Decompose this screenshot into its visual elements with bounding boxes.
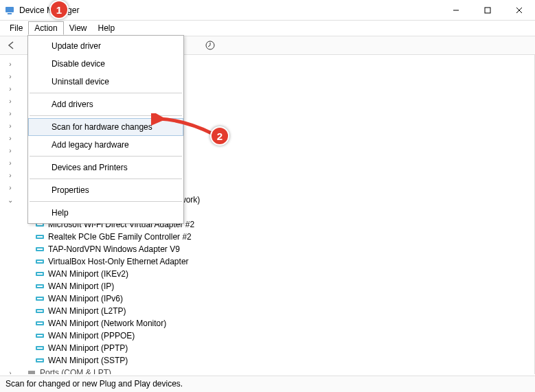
menu-devices-printers[interactable]: Devices and Printers xyxy=(28,159,183,176)
device-item[interactable]: WAN Miniport (IP) xyxy=(0,280,534,292)
svg-rect-24 xyxy=(37,310,43,312)
minimize-button[interactable] xyxy=(440,0,472,21)
expand-icon[interactable]: › xyxy=(5,110,15,117)
menu-help[interactable]: Help xyxy=(93,22,121,34)
menu-separator xyxy=(30,93,182,93)
menu-uninstall-device[interactable]: Uninstall device xyxy=(28,73,183,91)
annotation-arrow xyxy=(151,113,220,141)
svg-rect-1 xyxy=(8,13,12,14)
device-item[interactable]: TAP-NordVPN Windows Adapter V9 xyxy=(0,243,534,255)
svg-rect-33 xyxy=(28,371,35,374)
svg-rect-30 xyxy=(37,347,43,349)
annotation-badge-2: 2 xyxy=(210,126,229,146)
toolbar-scan-icon[interactable] xyxy=(203,38,218,53)
device-label: WAN Miniport (SSTP) xyxy=(48,356,128,365)
back-button[interactable] xyxy=(4,38,19,53)
menubar: File Action View Help xyxy=(0,21,535,36)
expand-icon[interactable]: › xyxy=(5,147,15,154)
device-label: Realtek PCIe GbE Family Controller #2 xyxy=(48,232,192,242)
svg-rect-3 xyxy=(485,8,490,13)
svg-rect-12 xyxy=(37,236,43,238)
expand-icon[interactable]: › xyxy=(5,60,15,68)
device-label: WAN Miniport (L2TP) xyxy=(48,306,126,316)
maximize-button[interactable] xyxy=(472,0,503,21)
svg-rect-18 xyxy=(37,273,43,275)
expand-icon[interactable]: › xyxy=(5,122,15,130)
svg-rect-26 xyxy=(37,323,43,324)
device-label: WAN Miniport (PPPOE) xyxy=(48,331,135,341)
expand-icon[interactable]: › xyxy=(5,159,15,167)
svg-rect-16 xyxy=(37,261,43,262)
menu-action[interactable]: Action xyxy=(28,21,63,35)
device-category-ports[interactable]: › Ports (COM & LPT) xyxy=(0,367,534,374)
app-icon xyxy=(4,5,15,16)
svg-rect-14 xyxy=(37,249,43,250)
device-label: WAN Miniport (Network Monitor) xyxy=(48,319,166,328)
titlebar: Device Manager xyxy=(0,0,535,21)
menu-add-drivers[interactable]: Add drivers xyxy=(28,95,183,113)
annotation-badge-1: 1 xyxy=(49,0,69,19)
device-item[interactable]: WAN Miniport (SSTP) xyxy=(0,354,534,367)
svg-rect-20 xyxy=(37,286,43,287)
device-item[interactable]: WAN Miniport (PPTP) xyxy=(0,342,534,354)
device-label: VirtualBox Host-Only Ethernet Adapter xyxy=(48,257,189,266)
svg-rect-22 xyxy=(37,298,43,299)
menu-view[interactable]: View xyxy=(64,22,93,34)
menu-file[interactable]: File xyxy=(4,22,28,34)
network-adapter-icon xyxy=(34,268,45,279)
device-item[interactable]: WAN Miniport (IKEv2) xyxy=(0,268,534,280)
status-bar: Scan for changed or new Plug and Play de… xyxy=(0,376,535,392)
menu-update-driver[interactable]: Update driver xyxy=(28,37,183,55)
expand-icon[interactable]: › xyxy=(5,97,15,105)
network-adapter-icon xyxy=(34,281,45,292)
menu-separator xyxy=(30,156,182,157)
network-adapter-icon xyxy=(34,330,45,341)
device-label: WAN Miniport (IPv6) xyxy=(48,294,123,303)
svg-rect-28 xyxy=(37,335,43,336)
svg-rect-10 xyxy=(37,224,43,225)
menu-separator xyxy=(30,201,182,202)
close-button[interactable] xyxy=(503,0,535,21)
expand-icon[interactable]: › xyxy=(5,85,15,93)
svg-rect-0 xyxy=(5,7,14,12)
menu-disable-device[interactable]: Disable device xyxy=(28,55,183,73)
network-adapter-icon xyxy=(34,355,45,366)
device-item[interactable]: WAN Miniport (Network Monitor) xyxy=(0,317,534,330)
network-adapter-icon xyxy=(34,256,45,267)
svg-rect-32 xyxy=(37,360,43,361)
device-item[interactable]: VirtualBox Host-Only Ethernet Adapter xyxy=(0,255,534,268)
device-item[interactable]: WAN Miniport (PPPOE) xyxy=(0,330,534,342)
device-label: WAN Miniport (IP) xyxy=(48,281,114,291)
network-adapter-icon xyxy=(34,244,45,255)
network-adapter-icon xyxy=(34,343,45,354)
network-adapter-icon xyxy=(34,305,45,316)
device-item[interactable]: WAN Miniport (IPv6) xyxy=(0,292,534,305)
device-label: WAN Miniport (PPTP) xyxy=(48,343,128,353)
window-controls xyxy=(440,0,535,21)
device-label: TAP-NordVPN Windows Adapter V9 xyxy=(48,244,180,254)
network-adapter-icon xyxy=(34,231,45,242)
collapse-icon[interactable]: ⌄ xyxy=(5,196,15,204)
expand-icon[interactable]: › xyxy=(5,172,15,179)
expand-icon[interactable]: › xyxy=(5,135,15,142)
device-label: Ports (COM & LPT) xyxy=(40,368,111,374)
expand-icon[interactable]: › xyxy=(5,73,15,80)
menu-properties[interactable]: Properties xyxy=(28,181,183,199)
device-item[interactable]: Realtek PCIe GbE Family Controller #2 xyxy=(0,231,534,243)
ports-icon xyxy=(26,367,37,374)
menu-separator xyxy=(30,178,182,179)
network-adapter-icon xyxy=(34,293,45,304)
expand-icon[interactable]: › xyxy=(5,184,15,192)
network-adapter-icon xyxy=(34,318,45,329)
device-item[interactable]: WAN Miniport (L2TP) xyxy=(0,305,534,317)
expand-icon[interactable]: › xyxy=(5,369,15,375)
device-label: WAN Miniport (IKEv2) xyxy=(48,269,128,279)
menu-action-help[interactable]: Help xyxy=(28,204,183,222)
